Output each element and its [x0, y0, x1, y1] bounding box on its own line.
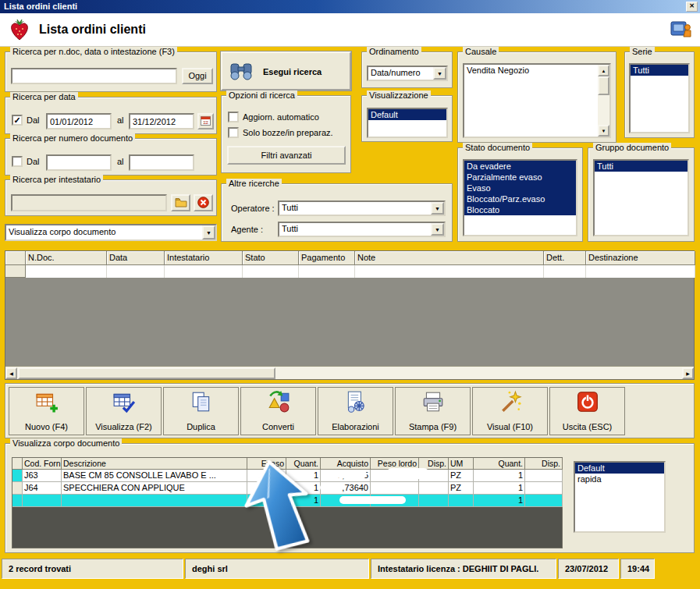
list-item[interactable]: Evaso: [464, 183, 576, 193]
esegui-ricerca-button[interactable]: Esegui ricerca: [221, 51, 351, 90]
chevron-down-icon[interactable]: ▼: [433, 67, 446, 80]
browse-intestatario-button[interactable]: [171, 194, 190, 211]
date-to-input[interactable]: [129, 113, 194, 130]
grid-header-destinazione[interactable]: Destinazione: [586, 251, 695, 265]
chevron-down-icon[interactable]: ▼: [431, 223, 444, 236]
ordinamento-combobox[interactable]: Data/numero ▼: [367, 66, 448, 81]
corpo-cell[interactable]: 1: [474, 482, 525, 495]
causale-listbox[interactable]: Vendita Negozio ▲ ▼: [463, 63, 611, 138]
corpo-cell[interactable]: [419, 495, 449, 507]
converti-button[interactable]: Converti: [240, 387, 316, 435]
grid-header-intestatario[interactable]: Intestatario: [165, 251, 243, 265]
list-item[interactable]: Bloccato/Parz.evaso: [464, 193, 576, 204]
grid-header-data[interactable]: Data: [107, 251, 165, 265]
group-legend: Gruppo documento: [593, 143, 671, 153]
corpo-cell[interactable]: [419, 482, 449, 495]
corpo-header-disp2[interactable]: Disp.: [525, 458, 563, 470]
operatore-combobox[interactable]: Tutti ▼: [278, 200, 446, 216]
list-item[interactable]: Default: [368, 109, 446, 120]
chevron-down-icon[interactable]: ▼: [202, 225, 215, 240]
corpo-cell[interactable]: [23, 495, 62, 507]
duplica-button[interactable]: Duplica: [163, 387, 239, 435]
scroll-up-icon[interactable]: ▲: [598, 65, 609, 76]
redaction-blur: [336, 470, 367, 478]
dal-date-checkbox[interactable]: ✓: [12, 115, 23, 126]
aggiorn-automatico-checkbox[interactable]: [228, 112, 239, 122]
dal-numero-checkbox[interactable]: [12, 156, 23, 167]
grid-row-selector[interactable]: [5, 265, 26, 278]
list-item[interactable]: Tutti: [631, 65, 688, 76]
corpo-views-listbox[interactable]: Default rapida: [574, 461, 666, 533]
corpo-cell[interactable]: 1: [474, 470, 525, 482]
view-mode-combobox[interactable]: Visualizza corpo documento ▼: [5, 224, 217, 241]
corpo-header-cod-forn[interactable]: Cod. Forn: [23, 458, 62, 470]
corpo-cell[interactable]: J63: [23, 470, 62, 482]
nuovo-button[interactable]: Nuovo (F4): [9, 387, 84, 435]
grid-hscrollbar[interactable]: ◀ ▶: [5, 366, 694, 379]
list-item[interactable]: Da evadere: [464, 161, 576, 172]
list-item[interactable]: Tutti: [595, 161, 688, 172]
corpo-row-selector[interactable]: [12, 470, 23, 482]
list-item[interactable]: Bloccato: [464, 204, 576, 215]
scrollbar-thumb[interactable]: [598, 76, 609, 95]
numero-to-input[interactable]: [129, 154, 194, 171]
corpo-cell[interactable]: [371, 482, 419, 495]
stampa-button[interactable]: Stampa (F9): [395, 387, 471, 435]
serie-listbox[interactable]: Tutti: [629, 63, 690, 133]
visualizzazione-listbox[interactable]: Default: [367, 108, 448, 138]
corpo-header-um[interactable]: UM: [449, 458, 474, 470]
list-item[interactable]: Parzialmente evaso: [464, 172, 576, 183]
doc-search-input[interactable]: [11, 68, 177, 84]
scrollbar-thumb[interactable]: [18, 367, 275, 379]
orders-grid[interactable]: N.Doc. Data Intestatario Stato Pagamento…: [5, 250, 695, 380]
solo-bozze-checkbox[interactable]: [228, 127, 239, 138]
logout-icon[interactable]: [670, 20, 693, 40]
grid-header-ndoc[interactable]: N.Doc.: [26, 251, 107, 265]
elaborazioni-button[interactable]: Elaborazioni: [318, 387, 393, 435]
corpo-cell[interactable]: 1: [474, 495, 525, 507]
uscita-button[interactable]: Uscita (ESC): [549, 387, 625, 435]
corpo-cell[interactable]: SPECCHIERA CON APPLIQUE: [62, 482, 247, 495]
visual-button[interactable]: Visual (F10): [472, 387, 548, 435]
grid-header-pagamento[interactable]: Pagamento: [299, 251, 355, 265]
corpo-cell[interactable]: BASE CM 85 CONSOLLE LAVABO E ...: [62, 470, 247, 482]
corpo-header-acquisto[interactable]: Acquisto: [321, 458, 371, 470]
corpo-cell[interactable]: PZ: [449, 482, 474, 495]
date-from-input[interactable]: [46, 113, 112, 130]
corpo-cell[interactable]: J64: [23, 482, 62, 495]
scroll-left-icon[interactable]: ◀: [5, 367, 17, 379]
corpo-header-descrizione[interactable]: Descrizione: [62, 458, 247, 470]
corpo-cell[interactable]: [62, 495, 247, 507]
oggi-button[interactable]: Oggi: [182, 68, 213, 84]
corpo-cell[interactable]: PZ: [449, 470, 474, 482]
filtri-avanzati-button[interactable]: Filtri avanzati: [227, 146, 346, 165]
corpo-cell[interactable]: [449, 495, 474, 507]
close-icon[interactable]: ✕: [686, 2, 698, 12]
app-window: Lista ordini clienti ✕ Lista ordini clie…: [0, 0, 700, 589]
scroll-down-icon[interactable]: ▼: [598, 125, 609, 137]
causale-scrollbar[interactable]: ▲ ▼: [597, 65, 609, 137]
chevron-down-icon[interactable]: ▼: [431, 202, 444, 215]
list-item[interactable]: Vendita Negozio: [464, 65, 609, 76]
list-item[interactable]: rapida: [575, 474, 664, 484]
clear-intestatario-button[interactable]: [194, 194, 213, 211]
numero-from-input[interactable]: [46, 154, 112, 171]
corpo-cell[interactable]: [525, 482, 563, 495]
title-bar[interactable]: Lista ordini clienti ✕: [0, 0, 700, 13]
visualizza-button[interactable]: Visualizza (F2): [86, 387, 162, 435]
agente-combobox[interactable]: Tutti ▼: [278, 222, 446, 237]
corpo-cell[interactable]: [525, 470, 563, 482]
stato-documento-listbox[interactable]: Da evadere Parzialmente evaso Evaso Bloc…: [463, 159, 577, 236]
grid-header-note[interactable]: Note: [355, 251, 544, 265]
calendar-button[interactable]: 12: [197, 113, 214, 130]
gruppo-documento-listbox[interactable]: Tutti: [593, 159, 689, 236]
corpo-row-selector[interactable]: [12, 482, 23, 495]
list-item[interactable]: Default: [575, 463, 664, 474]
grid-header-dett[interactable]: Dett.: [544, 251, 586, 265]
corpo-cell[interactable]: [525, 495, 563, 507]
corpo-header-quant2[interactable]: Quant.: [474, 458, 525, 470]
grid-header-stato[interactable]: Stato: [243, 251, 299, 265]
corpo-row-selector[interactable]: [12, 495, 23, 507]
status-time: 19:44: [620, 559, 655, 579]
scroll-right-icon[interactable]: ▶: [682, 367, 694, 379]
